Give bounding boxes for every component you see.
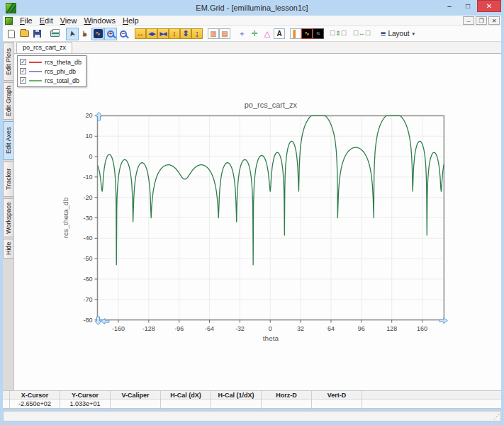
sidebar-tab-edit-graph[interactable]: Edit Graph — [3, 82, 13, 120]
y-tick-label: -20 — [84, 194, 93, 201]
cursor-col-value — [161, 400, 211, 408]
plot-cursor-button[interactable]: ▌ — [290, 28, 301, 39]
select-cursor-button[interactable]: ➤ — [66, 28, 79, 40]
dark-multiplot-button[interactable]: ≈ — [313, 28, 324, 39]
sidebar-tab-hide[interactable]: Hide — [3, 239, 13, 259]
menu-file[interactable]: File — [16, 16, 36, 25]
table-lead-cell — [3, 400, 10, 408]
legend-checkbox[interactable]: ✓ — [20, 77, 26, 84]
document-icon — [5, 17, 13, 25]
sidebar-tab-edit-plots[interactable]: Edit Plots — [3, 42, 13, 81]
fit-x-button[interactable]: ▶◀ — [157, 28, 169, 39]
link-x-axes-button[interactable]: ☐↔☐ — [352, 28, 371, 40]
legend-checkbox[interactable]: ✓ — [20, 59, 26, 65]
glyph-part-icon: ☐ — [341, 30, 347, 37]
menu-edit[interactable]: Edit — [36, 16, 57, 25]
axes-tool-icon: ✛ — [251, 30, 257, 38]
shrink-x-button[interactable]: ◀▶ — [146, 28, 157, 39]
fit-x-icon: ▶◀ — [160, 31, 167, 36]
chart-title: po_rcs_cart_zx — [245, 101, 298, 109]
toolbar-separator — [130, 33, 135, 34]
crosshair-button[interactable]: ＋ — [235, 28, 248, 40]
legend-checkbox[interactable]: ✓ — [20, 68, 26, 74]
cursor-col-header: H-Cal (dX) — [161, 391, 211, 399]
link-y-axes-button[interactable]: ☐⇕☐ — [329, 28, 347, 40]
mdi-close-button[interactable]: ✕ — [488, 16, 500, 25]
cursor-col-value: -2.650e+02 — [10, 400, 60, 408]
crosshair-icon: ＋ — [238, 30, 246, 38]
glyph-part-icon: ☐ — [365, 30, 371, 37]
cursor-col-header: H-Cal (1/dX) — [211, 391, 262, 399]
expand-y-button[interactable]: ↕ — [169, 28, 180, 39]
expand-x-icon: ↔ — [137, 30, 145, 38]
plot-mode-button[interactable]: ∿ — [91, 28, 104, 40]
x-tick-label: -128 — [142, 325, 155, 332]
toolbar-separator — [324, 33, 329, 34]
zoom-in-icon: + — [107, 30, 114, 38]
cursor-col-header: Horz-D — [262, 391, 312, 399]
legend-line-sample — [29, 80, 42, 81]
expand-x-button[interactable]: ↔ — [135, 28, 146, 39]
cursor-col-header: Y-Cursor — [60, 391, 111, 399]
toolbar-separator — [371, 33, 376, 34]
shrink-y-button[interactable]: ⇕ — [180, 28, 191, 39]
status-bar: ⋰ — [3, 411, 501, 421]
menu-windows[interactable]: Windows — [80, 16, 119, 25]
plot-legend: ✓rcs_theta_db✓rcs_phi_db✓rcs_total_db — [17, 55, 86, 87]
cursor-col-value — [211, 400, 262, 408]
save-icon — [33, 30, 41, 38]
toolbar-separator — [230, 33, 235, 34]
resize-grip[interactable]: ⋰ — [493, 412, 500, 421]
menu-view[interactable]: View — [57, 16, 81, 25]
axes-tool-button[interactable]: ✛ — [248, 28, 261, 40]
text-tool-button[interactable]: A — [274, 28, 285, 39]
open-file-button[interactable] — [18, 28, 30, 40]
document-tab[interactable]: po_rcs_cart_zx — [16, 42, 72, 53]
mdi-minimize-button[interactable]: – — [463, 16, 474, 25]
x-min-handle — [101, 319, 108, 324]
sidebar-tab-tracker[interactable]: Tracker — [3, 162, 13, 197]
print-button[interactable] — [48, 28, 61, 40]
horizontal-panels-button[interactable]: ▤ — [219, 28, 230, 39]
x-tick-label: 0 — [269, 325, 272, 332]
menu-help[interactable]: Help — [119, 16, 142, 25]
y-min-handle — [95, 317, 101, 324]
layout-label: Layout — [388, 30, 409, 38]
y-tick-label: 20 — [86, 112, 93, 119]
sidebar-tab-workspace[interactable]: Workspace — [3, 198, 13, 237]
glyph-part-icon: ☐ — [353, 30, 359, 37]
x-tick-label: 128 — [386, 325, 397, 332]
fit-y-button[interactable]: ↨ — [191, 28, 203, 39]
pan-hand-button[interactable]: ☛ — [79, 28, 91, 40]
save-button[interactable] — [30, 28, 43, 40]
cursor-readout-table: X-CursorY-CursorV-CaliperH-Cal (dX)H-Cal… — [3, 390, 501, 409]
angle-tool-button[interactable]: △ — [261, 28, 274, 40]
vertical-panels-icon: ▥ — [210, 30, 216, 38]
new-file-button[interactable] — [5, 28, 18, 40]
toolbar-separator — [203, 33, 208, 34]
toolbar-separator — [347, 33, 352, 34]
rcs-chart[interactable]: -160-128-96-64-32032649612816020100-10-2… — [14, 54, 501, 390]
y-tick-label: -10 — [84, 174, 93, 181]
vertical-panels-button[interactable]: ▥ — [208, 28, 219, 39]
mdi-restore-button[interactable]: ❐ — [476, 16, 487, 25]
y-tick-label: 10 — [86, 132, 93, 140]
zoom-out-icon: − — [120, 30, 127, 38]
y-tick-label: 0 — [89, 153, 93, 160]
cursor-col-value — [312, 400, 362, 408]
dark-plot-button[interactable]: ∿ — [301, 28, 313, 39]
sidebar-tab-edit-axes[interactable]: Edit Axes — [3, 121, 13, 160]
open-file-icon — [20, 30, 29, 37]
x-tick-label: 64 — [327, 325, 335, 332]
toolbar-separator — [61, 33, 66, 34]
shrink-y-icon: ⇕ — [182, 30, 189, 38]
glyph-part-icon: ↔ — [359, 30, 365, 37]
plot-area: ✓rcs_theta_db✓rcs_phi_db✓rcs_total_db -1… — [14, 54, 501, 390]
app-window: EM.Grid - [emillumina_lesson1c] – □ ✕ Fi… — [0, 0, 504, 425]
x-max-handle — [439, 318, 447, 324]
layout-menu-button[interactable]: ≡Layout▾ — [376, 28, 419, 40]
zoom-out-button[interactable]: − — [117, 28, 130, 40]
cursor-col-header: X-Cursor — [10, 391, 60, 399]
zoom-in-button[interactable]: + — [104, 28, 117, 40]
x-tick-label: -32 — [235, 325, 245, 332]
